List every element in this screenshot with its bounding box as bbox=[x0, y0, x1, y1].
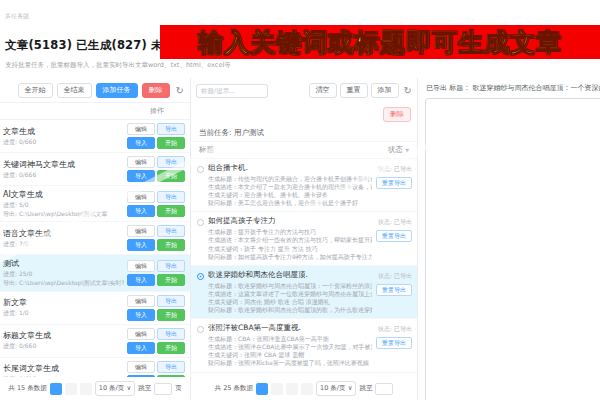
title-rows: 组合播卡机. 生成标题：传统与现代的完美融合，迎合播卡机开创播卡新时代生成描述：… bbox=[191, 159, 417, 377]
promo-banner: 输入关键词或标题即可生成文章 bbox=[160, 25, 600, 59]
reset-export-button[interactable]: 重置导出 bbox=[376, 284, 412, 296]
title-row-side: 状态: 已导出 重置导出 bbox=[376, 323, 412, 367]
status-column-header[interactable]: 状态 ▼ bbox=[388, 145, 409, 155]
reset-export-button[interactable]: 重置导出 bbox=[376, 177, 412, 189]
export-button[interactable]: 导出 bbox=[157, 156, 185, 168]
jump-page-input[interactable] bbox=[154, 383, 172, 395]
start-button[interactable]: 开始 bbox=[157, 205, 185, 217]
import-button[interactable]: 导入 bbox=[127, 274, 155, 286]
add-task-button[interactable]: 添加任务 bbox=[96, 83, 138, 98]
reset-button[interactable]: 重置 bbox=[340, 83, 368, 98]
start-button[interactable]: 开始 bbox=[157, 342, 185, 354]
clear-button[interactable]: 清空 bbox=[309, 83, 337, 98]
radio-button[interactable] bbox=[197, 219, 204, 226]
task-row[interactable]: 文章生成 进度: 0/660 编辑 导出 导入 开始 bbox=[0, 120, 190, 153]
edit-button[interactable]: 编辑 bbox=[127, 123, 155, 135]
radio-button[interactable] bbox=[197, 326, 204, 333]
title-row[interactable]: 张照洋被CBA第一高度重视. 生成标题：CBA：张照洋垂直CBA第一高平衡生成描… bbox=[191, 319, 417, 372]
start-button[interactable]: 开始 bbox=[157, 170, 185, 182]
jump-page-input[interactable] bbox=[375, 383, 393, 395]
export-button[interactable]: 导出 bbox=[157, 225, 185, 237]
filter-icon[interactable]: ▼ bbox=[405, 147, 409, 153]
task-row[interactable]: 长尾词文章生成 进度: 0/628 编辑 导出 导入 开始 bbox=[0, 358, 190, 377]
export-button[interactable]: 导出 bbox=[157, 361, 185, 373]
export-button[interactable]: 导出 bbox=[157, 328, 185, 340]
task-title: 新文章 bbox=[3, 297, 124, 308]
reset-export-button[interactable]: 重置导出 bbox=[376, 337, 412, 349]
title-row[interactable]: 如何提高孩子专注力 生成标题：提升孩子专注力的方法与技巧生成描述：本文将介绍一些… bbox=[191, 212, 417, 265]
title-table-header: 标题 状态 ▼ bbox=[191, 142, 417, 159]
task-progress: 进度: 0/660 bbox=[3, 342, 124, 351]
task-info: 测试 进度: 25/0 导出: C:\Users\wp\Desktop\测试文章… bbox=[3, 258, 124, 287]
per-page-select[interactable]: 10 条/页 ∨ bbox=[95, 381, 135, 396]
export-button[interactable]: 导出 bbox=[157, 295, 185, 307]
add-title-button[interactable]: 添加 bbox=[371, 83, 399, 98]
reset-export-button[interactable]: 重置导出 bbox=[376, 230, 412, 242]
import-button[interactable]: 导入 bbox=[127, 137, 155, 149]
import-button[interactable]: 导入 bbox=[127, 205, 155, 217]
task-progress: 进度: 1/0 bbox=[3, 309, 124, 318]
chevron-down-icon: ∨ bbox=[348, 384, 353, 392]
refresh-icon[interactable]: ↻ bbox=[404, 86, 412, 96]
task-row[interactable]: AI文章生成 进度: 5/0 导出: C:\Users\wp\Desktop\测… bbox=[0, 186, 190, 222]
title-search-input[interactable] bbox=[196, 84, 268, 98]
article-content bbox=[425, 98, 600, 400]
delete-title-button[interactable]: 删除 bbox=[383, 107, 411, 122]
task-row[interactable]: 新文章 进度: 1/0 编辑 导出 导入 开始 bbox=[0, 292, 190, 325]
edit-button[interactable]: 编辑 bbox=[127, 225, 155, 237]
title-row-side: 状态: 已导出 重置导出 bbox=[376, 270, 412, 314]
start-all-button[interactable]: 全开始 bbox=[18, 83, 53, 98]
export-button[interactable]: 导出 bbox=[157, 123, 185, 135]
task-row[interactable]: 语音文章生成 进度: 7/0 编辑 导出 导入 开始 bbox=[0, 222, 190, 255]
jump-label: 跳至 bbox=[138, 384, 151, 393]
title-row[interactable]: 歌迷穿婚纱和周杰伦合唱屋顶. 生成标题：歌迷穿婚纱与周杰伦合唱屋顶：一个资深粉丝… bbox=[191, 266, 417, 319]
start-button[interactable]: 开始 bbox=[157, 274, 185, 286]
edit-button[interactable]: 编辑 bbox=[127, 328, 155, 340]
title-row-side: 状态: 已导出 重置导出 bbox=[376, 216, 412, 260]
start-button[interactable]: 开始 bbox=[157, 137, 185, 149]
import-button[interactable]: 导入 bbox=[127, 309, 155, 321]
radio-button[interactable] bbox=[197, 273, 204, 280]
radio-button[interactable] bbox=[197, 166, 204, 173]
refresh-icon[interactable]: ↻ bbox=[176, 86, 184, 96]
edit-button[interactable]: 编辑 bbox=[127, 295, 155, 307]
edit-button[interactable]: 编辑 bbox=[127, 361, 155, 373]
task-row-buttons: 编辑 导出 导入 开始 bbox=[127, 328, 185, 354]
import-button[interactable]: 导入 bbox=[127, 170, 155, 182]
title-toolbar: 清空 重置 添加 ↻ bbox=[191, 78, 417, 101]
task-progress: 进度: 5/0 bbox=[3, 201, 124, 210]
feature-subtitle: 支持批量任务，批量标题导入，批量实时导出文章word、txt、html、exce… bbox=[5, 61, 231, 70]
end-all-button[interactable]: 全结束 bbox=[57, 83, 92, 98]
task-row[interactable]: 标题文章生成 进度: 0/660 编辑 导出 导入 开始 bbox=[0, 325, 190, 358]
page-button[interactable] bbox=[256, 383, 268, 395]
edit-button[interactable]: 编辑 bbox=[127, 156, 155, 168]
title-row[interactable]: 组合播卡机. 生成标题：传统与现代的完美融合，迎合播卡机开创播卡新时代生成描述：… bbox=[191, 159, 417, 212]
page-button[interactable] bbox=[80, 383, 92, 395]
operation-column-header: 操作 bbox=[0, 102, 190, 120]
delete-task-button[interactable]: 删除 bbox=[142, 83, 170, 98]
per-page-select[interactable]: 10 条/页 ∨ bbox=[316, 381, 356, 396]
page-button[interactable] bbox=[286, 383, 298, 395]
import-button[interactable]: 导入 bbox=[127, 342, 155, 354]
task-row-buttons: 编辑 导出 导入 开始 bbox=[127, 260, 185, 286]
start-button[interactable]: 开始 bbox=[157, 309, 185, 321]
edit-button[interactable]: 编辑 bbox=[127, 260, 155, 272]
article-preview-panel: 已导出 标题： 歌迷穿婚纱与周杰伦合唱屋顶：一个资深的粉丝与偶像的浪漫故事 bbox=[418, 78, 600, 400]
title-list-panel: 清空 重置 添加 ↻ 删除 当前任务: 用户测试 标题 状态 ▼ 组合播卡机. … bbox=[191, 78, 418, 400]
task-title: 标题文章生成 bbox=[3, 330, 124, 341]
start-button[interactable]: 开始 bbox=[157, 239, 185, 251]
import-button[interactable]: 导入 bbox=[127, 239, 155, 251]
page-button[interactable] bbox=[65, 383, 77, 395]
task-row[interactable]: 关键词神马文章生成 进度: 0/666 编辑 导出 导入 开始 bbox=[0, 153, 190, 186]
page-button[interactable] bbox=[50, 383, 62, 395]
task-toolbar: 全开始 全结束 添加任务 删除 ↻ bbox=[0, 78, 190, 102]
page-button[interactable] bbox=[271, 383, 283, 395]
task-title: 文章生成 bbox=[3, 126, 124, 137]
task-title: 长尾词文章生成 bbox=[3, 363, 124, 374]
task-info: 语音文章生成 进度: 7/0 bbox=[3, 228, 124, 249]
page-button[interactable] bbox=[301, 383, 313, 395]
edit-button[interactable]: 编辑 bbox=[127, 191, 155, 203]
export-button[interactable]: 导出 bbox=[157, 191, 185, 203]
export-button[interactable]: 导出 bbox=[157, 260, 185, 272]
task-row[interactable]: 测试 进度: 25/0 导出: C:\Users\wp\Desktop\测试文章… bbox=[0, 255, 190, 291]
